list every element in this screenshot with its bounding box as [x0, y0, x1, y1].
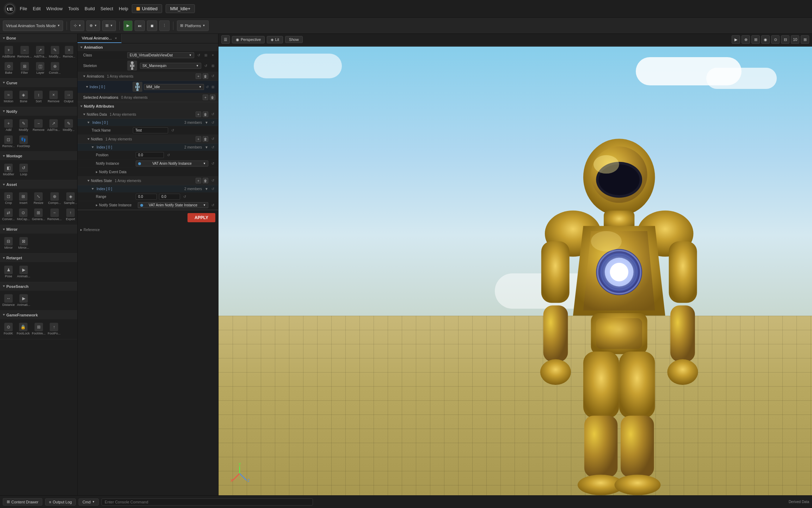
tool-remove2-bone[interactable]: ×Remov... — [62, 44, 76, 60]
notify-instance-reset[interactable]: ↺ — [210, 161, 215, 166]
notifies-data-add-btn[interactable]: + — [196, 111, 201, 117]
notifies-sub-add-btn[interactable]: + — [196, 136, 201, 142]
notifies-state-index-row[interactable]: Index [ 0 ] 2 members ▼ ↺ — [78, 185, 218, 193]
step-btn[interactable]: ⏭ — [135, 20, 145, 31]
toolbar-snap-btn[interactable]: ⊞ ▼ — [102, 20, 116, 31]
lit-btn[interactable]: ◈ Lit — [267, 36, 283, 43]
section-posesearch-header[interactable]: PoseSearch — [0, 282, 77, 291]
perspective-btn[interactable]: ◉ Perspective — [232, 36, 265, 43]
range-reset[interactable]: ↺ — [182, 194, 187, 199]
section-retarget-header[interactable]: Retarget — [0, 254, 77, 262]
tool-mocap[interactable]: ⊙MoCap... — [16, 207, 31, 223]
notifies-sub-reset-btn[interactable]: ↺ — [210, 136, 215, 141]
tool-insert[interactable]: ⊞Insert — [16, 191, 31, 206]
class-clear-btn[interactable]: × — [210, 53, 215, 58]
vp-btn-1[interactable]: ▶ — [732, 35, 740, 44]
panel-tab-virtual-anim[interactable]: Virtual Animatio... × — [78, 34, 122, 43]
tool-addbone[interactable]: +AddBone — [1, 44, 16, 60]
tool-footwe[interactable]: ⊞FootWe... — [31, 321, 46, 337]
notifies-data-reset-btn[interactable]: ↺ — [210, 111, 215, 116]
menu-edit[interactable]: Edit — [33, 6, 41, 11]
tool-mirror2[interactable]: ⊠Mirror... — [17, 236, 31, 251]
ns-reset[interactable]: ↺ — [210, 186, 215, 191]
notify-state-inst-reset[interactable]: ↺ — [210, 203, 215, 208]
nd-index-reset[interactable]: ↺ — [210, 120, 215, 125]
tool-mirror1[interactable]: ⊟Mirror — [1, 236, 16, 251]
tool-conver[interactable]: ⇄Conver... — [1, 207, 16, 223]
tool-genera[interactable]: ⊞Genera... — [31, 207, 46, 223]
vp-btn-5[interactable]: ⊙ — [771, 35, 780, 44]
vp-btn-7[interactable]: 10 — [791, 35, 799, 44]
vp-btn-4[interactable]: ◉ — [761, 35, 770, 44]
notifies-sub-del-btn[interactable]: 🗑 — [203, 136, 208, 142]
ni-reset[interactable]: ↺ — [210, 145, 215, 150]
tool-output[interactable]: →Output — [61, 89, 76, 105]
tool-remove-a[interactable]: −Remove... — [47, 207, 62, 223]
vp-btn-6[interactable]: ⊟ — [781, 35, 789, 44]
tool-animati[interactable]: ▶Animati... — [16, 264, 31, 280]
selected-anim-del-btn[interactable]: 🗑 — [210, 95, 215, 100]
tool-remov-n[interactable]: ⊡Remov... — [1, 134, 16, 150]
tool-animati2[interactable]: ▶Animati... — [16, 293, 31, 308]
menu-tools[interactable]: Tools — [68, 6, 79, 11]
tool-crop[interactable]: ⊡Crop — [1, 191, 16, 206]
content-drawer-btn[interactable]: ⊞ Content Drawer — [3, 498, 42, 506]
panel-tab-close-icon[interactable]: × — [115, 36, 117, 40]
viewport-menu-btn[interactable]: ☰ — [221, 35, 230, 44]
notify-attributes-header[interactable]: Notify Attributes — [78, 102, 218, 110]
notifies-state-del-btn[interactable]: 🗑 — [203, 178, 208, 183]
notifies-state-add-btn[interactable]: + — [196, 178, 201, 183]
output-log-btn[interactable]: ≡ Output Log — [45, 498, 76, 506]
toolbar-select-btn[interactable]: ⊹ ▼ — [70, 20, 84, 31]
tool-bake[interactable]: ⊙Bake — [1, 61, 16, 76]
tool-remove-c[interactable]: ×Remove — [47, 89, 61, 105]
section-asset-header[interactable]: Asset — [0, 180, 77, 189]
tool-bone-c[interactable]: ◈Bone — [17, 89, 31, 105]
anim-index-reset[interactable]: ↺ — [205, 84, 210, 89]
skeleton-browse-btn[interactable]: ⊞ — [210, 63, 215, 68]
toolbar-move-btn[interactable]: ⊕ ▼ — [86, 20, 100, 31]
tool-footlock[interactable]: 🔒FootLock — [16, 321, 30, 337]
animations-add-btn[interactable]: + — [196, 73, 201, 79]
tool-export[interactable]: ↑Export — [63, 207, 78, 223]
cmd-btn[interactable]: Cmd ▼ — [79, 498, 99, 506]
tool-sample[interactable]: ◈Sample... — [63, 191, 78, 206]
position-input[interactable] — [136, 152, 164, 158]
vp-btn-2[interactable]: ⊕ — [742, 35, 750, 44]
tool-filter[interactable]: ⊞Filter — [17, 61, 32, 76]
skeleton-reset-btn[interactable]: ↺ — [203, 63, 208, 68]
animations-reset-btn[interactable]: ↺ — [210, 73, 215, 78]
tool-modifier[interactable]: ◧Modifier — [1, 162, 16, 178]
position-reset[interactable]: ↺ — [166, 153, 171, 158]
skeleton-dropdown[interactable]: SK_Mannequin ▼ — [140, 63, 201, 69]
tool-loop[interactable]: ↺Loop — [17, 162, 31, 178]
section-montage-header[interactable]: Montage — [0, 152, 77, 160]
vp-btn-3[interactable]: ⊞ — [751, 35, 760, 44]
tool-modify-n[interactable]: ✎Modify — [17, 118, 31, 133]
tool-remove-n[interactable]: −Remove — [31, 118, 46, 133]
tool-modify2-n[interactable]: ✎Modify... — [61, 118, 76, 133]
toolbar-mode-select[interactable]: Virtual Animation Tools Mode ▼ — [3, 20, 63, 31]
tool-resize[interactable]: ⤡Resize — [31, 191, 46, 206]
tool-distance[interactable]: ↔Distance — [1, 293, 16, 308]
range-input1[interactable] — [136, 194, 157, 200]
menu-build[interactable]: Build — [85, 6, 95, 11]
stop-btn[interactable]: ⏹ — [147, 20, 157, 31]
console-input[interactable] — [102, 498, 313, 506]
tool-addtra-bone[interactable]: ↗AddTra... — [33, 44, 48, 60]
section-gameframework-header[interactable]: GameFramework — [0, 311, 77, 319]
vp-btn-8[interactable]: ⊞ — [801, 35, 809, 44]
notify-instance-dropdown[interactable]: VAT Anim Notify Instance ▼ — [136, 161, 208, 167]
section-curve-header[interactable]: Curve — [0, 79, 77, 87]
show-btn[interactable]: Show — [285, 36, 303, 43]
section-bone-header[interactable]: Bone — [0, 34, 77, 42]
menu-select[interactable]: Select — [100, 6, 113, 11]
range-input2[interactable] — [159, 194, 180, 200]
section-notify-header[interactable]: Notify — [0, 107, 77, 116]
tool-remove-bone[interactable]: −Remove... — [17, 44, 32, 60]
tool-footstep[interactable]: 👣FootStep — [17, 134, 31, 150]
tool-sort[interactable]: ↕Sort — [31, 89, 46, 105]
menu-file[interactable]: File — [20, 6, 27, 11]
apply-button[interactable]: APPLY — [187, 213, 215, 222]
tool-add-n[interactable]: +Add — [1, 118, 16, 133]
